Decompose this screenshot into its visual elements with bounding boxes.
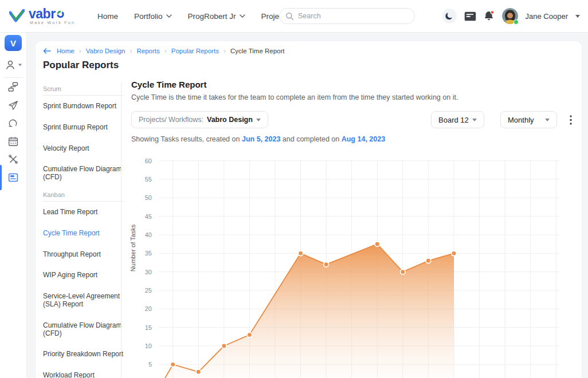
report-nav-item[interactable]: Priority Breakdown Report (43, 351, 124, 359)
primary-nav: HomePortfolioProgRobert JrProjects (97, 12, 298, 21)
board-select-caret-icon (472, 119, 477, 121)
nav-item-progrobert-jr[interactable]: ProgRobert Jr (188, 12, 245, 21)
messages-button[interactable] (464, 11, 476, 21)
report-nav-item[interactable]: Sprint Burnup Report (43, 124, 124, 132)
y-axis-title: Number of Tasks (130, 224, 136, 271)
breadcrumb-separator: › (130, 47, 132, 55)
brand-o-icon (56, 10, 65, 18)
data-point-marker[interactable] (298, 251, 303, 256)
user-menu-caret-icon[interactable] (575, 15, 580, 18)
data-point-marker[interactable] (324, 262, 329, 267)
workspace-logo[interactable]: V (5, 35, 22, 51)
search-icon (285, 12, 294, 21)
user-icon (5, 59, 16, 70)
notification-badge (491, 11, 494, 14)
projects-workflows-filter[interactable]: Projects/ Workflows: Vabro Design (131, 111, 268, 128)
navbar-actions: Jane Cooper (442, 8, 580, 24)
data-point-marker[interactable] (452, 251, 457, 256)
nav-item-label: ProgRobert Jr (188, 12, 236, 21)
breadcrumb-separator: › (164, 47, 167, 55)
data-point-marker[interactable] (375, 242, 380, 247)
data-point-marker[interactable] (247, 332, 252, 337)
breadcrumb-current: Cycle Time Report (230, 48, 285, 54)
search-input[interactable] (298, 12, 401, 20)
rail-item-board-active[interactable] (8, 172, 18, 183)
back-arrow-icon[interactable] (43, 48, 51, 54)
vabro-logo[interactable]: vabr Make Work Fun (9, 7, 94, 25)
reports-nav-list: ScrumSprint Burndown ReportSprint Burnup… (43, 85, 124, 378)
send-icon (8, 100, 18, 111)
moon-icon (445, 12, 453, 21)
search-box[interactable] (279, 8, 415, 24)
avatar[interactable] (502, 8, 518, 24)
rail-item-send[interactable] (8, 100, 18, 111)
report-nav-item[interactable]: Lead Time Report (43, 208, 124, 216)
brand-tagline: Make Work Fun (29, 21, 75, 25)
chevron-down-icon (240, 14, 245, 18)
board-select-value: Board 12 (438, 116, 469, 124)
rail-user-caret-icon (18, 64, 22, 66)
report-description: Cycle Time is the time it takes for the … (131, 93, 458, 101)
messages-icon (464, 11, 476, 21)
report-nav-item[interactable]: Service-Level Agreement (SLA) Report (43, 293, 124, 309)
breadcrumb-link[interactable]: Reports (137, 48, 160, 54)
brand-name: vabr (29, 7, 56, 20)
dark-mode-toggle[interactable] (442, 9, 457, 23)
report-nav-item[interactable]: Velocity Report (43, 145, 124, 153)
notifications-button[interactable] (484, 10, 495, 22)
data-point-marker[interactable] (196, 369, 201, 375)
breadcrumb-link[interactable]: Popular Reports (171, 48, 219, 54)
rail-active-indicator (0, 165, 2, 190)
brand-text: vabr Make Work Fun (29, 7, 75, 25)
nav-item-portfolio[interactable]: Portfolio (134, 12, 172, 21)
nav-item-home[interactable]: Home (97, 12, 118, 21)
period-select[interactable]: Monthly (500, 111, 557, 128)
data-point-marker[interactable] (401, 269, 406, 274)
rail-item-calendar[interactable] (8, 136, 18, 147)
report-nav-item[interactable]: Throughput Report (43, 251, 124, 259)
report-nav-item[interactable]: WIP Aging Report (43, 271, 124, 279)
cycle-time-chart: 51015202530354045505560Number of Tasks (129, 152, 582, 378)
completed-date: Aug 14, 2023 (342, 135, 385, 143)
report-nav-item[interactable]: Cycle Time Report (43, 230, 124, 238)
breadcrumb: Home›Vabro Design›Reports›Popular Report… (43, 47, 285, 55)
y-tick-label: 50 (145, 194, 152, 201)
breadcrumb-separator: › (224, 47, 226, 55)
filter-label: Projects/ Workflows: (139, 116, 203, 124)
bell-icon (484, 10, 495, 22)
more-options-button[interactable] (565, 113, 577, 126)
data-point-marker[interactable] (426, 258, 431, 263)
online-status-dot (513, 19, 519, 25)
board-select[interactable]: Board 12 (431, 111, 484, 128)
workflow-icon (8, 82, 18, 92)
filter-caret-icon (256, 119, 261, 121)
rail-item-workflow[interactable] (8, 82, 18, 92)
report-nav-item[interactable]: Cumulative Flow Diagram (CFD) (43, 166, 124, 182)
rail-item-tools[interactable] (8, 154, 18, 164)
area-fill (158, 244, 454, 378)
y-tick-label: 35 (145, 250, 152, 257)
y-tick-label: 5 (148, 361, 152, 368)
rail-user-menu[interactable] (5, 59, 22, 70)
created-date: Jun 5, 2023 (242, 135, 280, 143)
report-nav-item[interactable]: Workload Report (43, 372, 124, 378)
left-rail: V (0, 33, 27, 378)
report-nav-item[interactable]: Cumulative Flow Diagram (CFD) (43, 322, 124, 338)
calendar-icon (8, 136, 18, 147)
y-tick-label: 55 (145, 176, 152, 183)
data-point-marker[interactable] (170, 362, 175, 367)
kebab-icon (570, 115, 572, 125)
results-prefix: Showing Tasks results, created on (131, 135, 240, 143)
report-nav-item[interactable]: Sprint Burndown Report (43, 103, 124, 111)
tools-icon (8, 154, 18, 164)
content-card: Home›Vabro Design›Reports›Popular Report… (36, 41, 582, 378)
board-window-icon (8, 172, 18, 183)
rail-item-sprint[interactable] (8, 118, 18, 128)
breadcrumb-link[interactable]: Vabro Design (86, 48, 126, 54)
breadcrumb-separator: › (79, 47, 81, 55)
data-point-marker[interactable] (222, 344, 227, 349)
breadcrumb-link[interactable]: Home (57, 48, 75, 54)
y-tick-label: 45 (145, 213, 152, 220)
filter-value: Vabro Design (207, 116, 253, 124)
user-name[interactable]: Jane Cooper (526, 12, 568, 21)
